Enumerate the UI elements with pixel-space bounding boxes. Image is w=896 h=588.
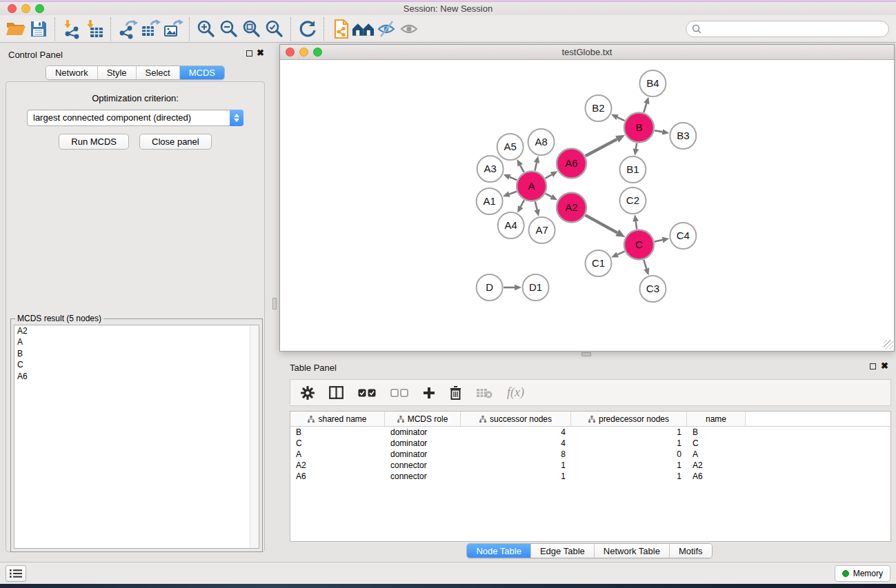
close-panel-button[interactable]: Close panel [139, 134, 212, 150]
cell-mcds-role[interactable]: connector [385, 472, 461, 481]
export-image-icon[interactable] [161, 17, 184, 41]
close-panel-icon[interactable]: ✖ [257, 48, 264, 59]
graph-edge-C-C4[interactable] [655, 240, 663, 241]
graph-edge-B-B1[interactable] [636, 143, 637, 149]
table-row[interactable]: Cdominator41C [290, 438, 890, 449]
cell-predecessor-nodes[interactable]: 1 [571, 472, 687, 481]
cell-shared-name[interactable]: C [290, 438, 385, 448]
delete-table-icon[interactable] [476, 387, 492, 398]
column-header-successor-nodes[interactable]: successor nodes [461, 412, 571, 426]
network-zoom-button[interactable] [313, 48, 322, 57]
graph-edge-A-A3[interactable] [510, 177, 517, 180]
cell-successor-nodes[interactable]: 8 [461, 449, 571, 459]
network-file-icon[interactable] [329, 17, 352, 41]
function-builder-icon[interactable]: f(x) [507, 385, 524, 400]
graph-edge-A-A2[interactable] [546, 194, 552, 197]
graph-edge-C-C3[interactable] [644, 260, 646, 269]
cell-predecessor-nodes[interactable]: 1 [571, 460, 687, 470]
graph-edge-A2-C[interactable] [586, 215, 617, 233]
add-column-icon[interactable] [423, 387, 435, 399]
cell-mcds-role[interactable]: dominator [385, 449, 461, 459]
zoom-out-icon[interactable] [217, 17, 240, 41]
table-float-icon[interactable] [870, 363, 876, 369]
toolbar-search[interactable] [686, 21, 889, 37]
task-history-button[interactable] [6, 565, 26, 582]
graph-edge-A-A5[interactable] [520, 165, 524, 172]
tab-edge-table[interactable]: Edge Table [530, 544, 594, 558]
export-network-icon[interactable] [116, 17, 139, 41]
cell-shared-name[interactable]: A6 [290, 472, 385, 481]
welcome-screen-icon[interactable] [352, 17, 375, 41]
cell-shared-name[interactable]: B [290, 427, 385, 437]
mcds-result-item[interactable]: A2 [14, 325, 259, 336]
mcds-result-item[interactable]: A [14, 336, 259, 347]
network-minimize-button[interactable] [299, 48, 308, 57]
refresh-icon[interactable] [296, 17, 319, 41]
search-input[interactable] [705, 22, 888, 36]
column-header-predecessor-nodes[interactable]: predecessor nodes [571, 412, 687, 426]
window-resize-grip[interactable] [884, 340, 893, 349]
mcds-result-item[interactable]: C [14, 359, 259, 370]
graph-edge-A-A4[interactable] [521, 200, 524, 207]
zoom-selected-icon[interactable] [263, 17, 286, 41]
import-network-icon[interactable] [60, 17, 83, 41]
mcds-list-scrollbar[interactable] [250, 325, 259, 548]
float-panel-icon[interactable] [246, 50, 252, 57]
cell-predecessor-nodes[interactable]: 0 [571, 449, 687, 459]
mcds-result-item[interactable]: B [14, 348, 259, 359]
close-window-button[interactable] [8, 4, 17, 13]
zoom-fit-icon[interactable] [240, 17, 263, 41]
tab-select[interactable]: Select [136, 66, 179, 79]
graph-edge-C-C2[interactable] [636, 221, 637, 229]
main-titlebar[interactable]: Session: New Session [0, 2, 896, 15]
column-visibility-icon[interactable] [329, 386, 344, 399]
graph-edge-A-A7[interactable] [535, 201, 537, 210]
column-header-shared-name[interactable]: shared name [290, 412, 385, 426]
graph-edge-A-A8[interactable] [535, 163, 537, 171]
export-table-icon[interactable] [139, 17, 161, 41]
cell-successor-nodes[interactable]: 4 [461, 427, 571, 437]
mcds-result-item[interactable]: A6 [14, 371, 259, 382]
horizontal-splitter-handle[interactable] [581, 352, 591, 356]
cell-successor-nodes[interactable]: 4 [461, 438, 571, 448]
cell-name[interactable]: A2 [687, 460, 746, 470]
network-close-button[interactable] [286, 48, 295, 57]
cell-shared-name[interactable]: A2 [290, 460, 385, 470]
table-row[interactable]: Adominator80A [290, 449, 890, 460]
cell-successor-nodes[interactable]: 1 [461, 460, 571, 470]
column-header-mcds-role[interactable]: MCDS role [385, 412, 461, 426]
cell-name[interactable]: C [687, 438, 746, 448]
table-close-icon[interactable]: ✖ [881, 361, 888, 372]
graph-edge-B-B3[interactable] [655, 130, 662, 132]
delete-column-icon[interactable] [450, 386, 461, 400]
cell-shared-name[interactable]: A [290, 449, 385, 459]
table-row[interactable]: Bdominator41B [290, 427, 890, 438]
cell-predecessor-nodes[interactable]: 1 [571, 438, 687, 448]
deselect-all-checkboxes-icon[interactable] [390, 389, 408, 397]
cell-mcds-role[interactable]: dominator [385, 438, 461, 448]
open-session-icon[interactable] [4, 17, 27, 41]
graph-edge-A6-B[interactable] [586, 139, 617, 156]
hide-graphics-details-icon[interactable] [375, 17, 397, 41]
column-header-name[interactable]: name [687, 412, 746, 426]
tab-style[interactable]: Style [97, 66, 136, 79]
cell-mcds-role[interactable]: connector [385, 460, 461, 470]
table-settings-icon[interactable] [301, 386, 315, 400]
graph-edge-B-B2[interactable] [617, 117, 625, 121]
cell-predecessor-nodes[interactable]: 1 [571, 427, 687, 437]
graph-edge-A-A1[interactable] [509, 192, 517, 194]
memory-button[interactable]: Memory [835, 565, 890, 582]
cell-name[interactable]: A6 [687, 472, 746, 481]
tab-mcds[interactable]: MCDS [179, 66, 224, 79]
select-all-checkboxes-icon[interactable] [358, 389, 376, 397]
graph-edge-B-B4[interactable] [644, 103, 646, 112]
graph-edge-C-C1[interactable] [617, 252, 624, 255]
import-table-icon[interactable] [83, 17, 106, 41]
cell-mcds-role[interactable]: dominator [385, 427, 461, 437]
tab-network-table[interactable]: Network Table [594, 544, 669, 558]
run-mcds-button[interactable]: Run MCDS [59, 134, 129, 150]
zoom-in-icon[interactable] [195, 17, 217, 41]
graph-edge-A-A6[interactable] [546, 174, 552, 178]
save-session-icon[interactable] [27, 17, 50, 41]
minimize-window-button[interactable] [21, 4, 30, 13]
